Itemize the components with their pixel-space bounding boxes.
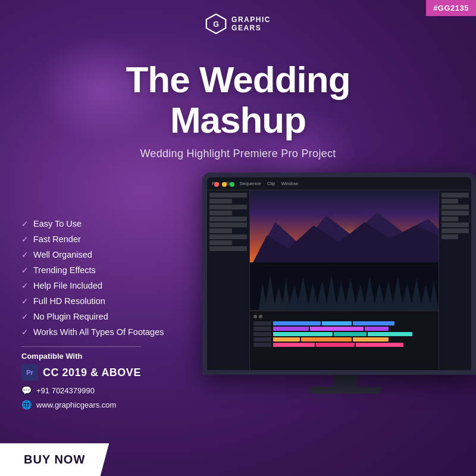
panel-row xyxy=(441,228,469,233)
timeline-header xyxy=(253,314,435,320)
list-item: ✓Easy To Use xyxy=(21,219,164,228)
segment xyxy=(334,332,367,336)
product-id-badge: #GG2135 xyxy=(426,0,476,16)
track-label xyxy=(253,337,271,342)
segment xyxy=(301,337,352,342)
checkmark-icon: ✓ xyxy=(21,296,29,306)
compatible-badge: Pr CC 2019 & ABOVE xyxy=(21,364,141,381)
title-line1: The Wedding xyxy=(126,59,350,100)
track-label xyxy=(253,327,271,331)
panel-row xyxy=(209,211,232,215)
checkmark-icon: ✓ xyxy=(21,234,29,244)
track-label xyxy=(253,332,271,336)
brand-name: GRAPHIC GEARS xyxy=(231,15,271,33)
panel-row xyxy=(441,223,469,227)
panel-row xyxy=(209,228,232,233)
track-segments xyxy=(273,343,435,347)
window-dots xyxy=(214,182,234,187)
segment xyxy=(273,337,300,342)
main-title-area: The Wedding Mashup Wedding Highlight Pre… xyxy=(95,60,381,160)
segment xyxy=(353,321,394,325)
screen-left-panel xyxy=(207,190,250,370)
features-list: ✓Easy To Use ✓Fast Render ✓Well Organise… xyxy=(21,219,164,343)
checkmark-icon: ✓ xyxy=(21,265,29,275)
phone-number: +91 7024379990 xyxy=(36,386,95,395)
checkmark-icon: ✓ xyxy=(21,312,29,321)
dot-yellow xyxy=(222,182,227,187)
segment xyxy=(273,321,321,325)
checkmark-icon: ✓ xyxy=(21,219,29,228)
track-segments xyxy=(273,321,435,325)
panel-row xyxy=(441,217,458,221)
menu-item: Window xyxy=(281,181,298,186)
compatible-section: Compatible With Pr CC 2019 & ABOVE xyxy=(21,346,141,381)
trees xyxy=(250,262,439,311)
compatible-label: Compatible With xyxy=(21,346,141,361)
panel-row xyxy=(209,199,232,203)
subtitle: Wedding Highlight Premiere Pro Project xyxy=(95,148,381,160)
bird-3: 〜 xyxy=(363,212,367,218)
website-url: www.graphicgears.com xyxy=(36,400,116,409)
website-item: 🌐 www.graphicgears.com xyxy=(21,400,116,409)
checkmark-icon: ✓ xyxy=(21,250,29,259)
segment xyxy=(273,332,333,336)
checkmark-icon: ✓ xyxy=(21,327,29,337)
logo-area: G GRAPHIC GEARS xyxy=(205,13,271,35)
track-5 xyxy=(253,343,435,347)
panel-row xyxy=(209,217,247,221)
timeline-dot xyxy=(259,315,262,318)
svg-text:G: G xyxy=(213,20,219,29)
segment xyxy=(322,321,352,325)
monitor-mockup: File Edit Sequence Clip Window xyxy=(202,173,476,422)
track-label xyxy=(253,343,271,347)
monitor-body: File Edit Sequence Clip Window xyxy=(202,173,476,375)
monitor-stand-neck xyxy=(333,375,357,387)
segment xyxy=(273,327,309,331)
checkmark-icon: ✓ xyxy=(21,281,29,290)
segment xyxy=(368,332,412,336)
panel-row xyxy=(441,205,469,209)
segment xyxy=(353,337,389,342)
buy-now-button[interactable]: BUY NOW xyxy=(0,443,109,476)
timeline-dot xyxy=(253,315,257,318)
dot-red xyxy=(214,182,219,187)
globe-icon: 🌐 xyxy=(21,400,32,409)
list-item: ✓No Plugin Required xyxy=(21,312,164,321)
track-3 xyxy=(253,332,435,336)
track-2 xyxy=(253,327,435,331)
panel-row xyxy=(209,193,247,198)
preview-area: 〜 〜 〜 〜 xyxy=(250,190,439,311)
segment xyxy=(356,343,403,347)
bird-2: 〜 xyxy=(316,217,320,223)
track-segments xyxy=(273,332,435,336)
screen-content: File Edit Sequence Clip Window xyxy=(207,177,471,370)
menu-item: Clip xyxy=(267,181,275,186)
list-item: ✓Help File Included xyxy=(21,281,164,290)
track-1 xyxy=(253,321,435,325)
contact-section: 💬 +91 7024379990 🌐 www.graphicgears.com xyxy=(21,386,116,414)
monitor-screen: File Edit Sequence Clip Window xyxy=(207,177,471,370)
segment xyxy=(273,343,315,347)
badge-text: #GG2135 xyxy=(433,4,469,12)
main-title: The Wedding Mashup xyxy=(95,60,381,140)
panel-row xyxy=(441,193,469,198)
segment xyxy=(316,343,355,347)
list-item: ✓Works With All Types Of Footages xyxy=(21,327,164,337)
bird-4: 〜 xyxy=(372,219,377,225)
title-line2: Mashup xyxy=(170,99,306,140)
buy-now-label: BUY NOW xyxy=(24,453,85,466)
track-label xyxy=(253,321,271,325)
panel-row xyxy=(441,211,469,215)
menu-item: Sequence xyxy=(240,181,261,186)
panel-row xyxy=(209,205,247,209)
list-item: ✓Well Organised xyxy=(21,250,164,259)
panel-row xyxy=(441,234,458,239)
timeline-area xyxy=(250,311,439,370)
logo-icon: G xyxy=(205,13,227,35)
track-segments xyxy=(273,327,435,331)
phone-item: 💬 +91 7024379990 xyxy=(21,386,116,395)
compatible-version: CC 2019 & ABOVE xyxy=(43,367,141,379)
track-segments xyxy=(273,337,435,342)
list-item: ✓Fast Render xyxy=(21,234,164,244)
segment xyxy=(310,327,364,331)
